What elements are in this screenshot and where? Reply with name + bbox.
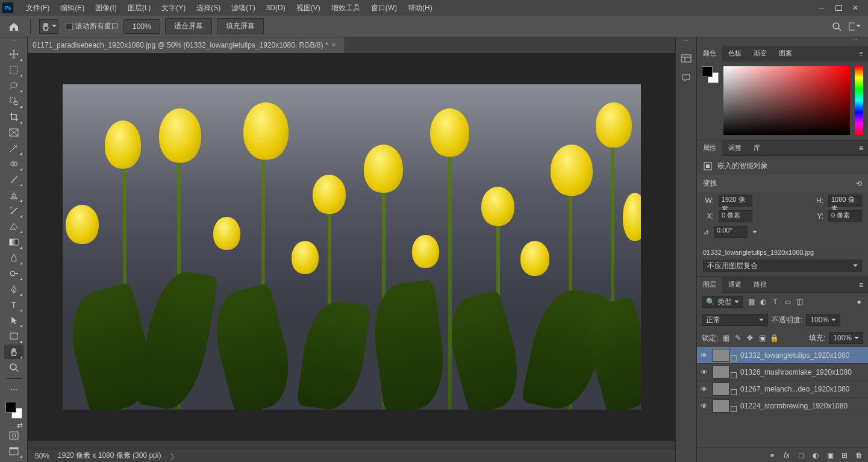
- menu-plugins[interactable]: 增效工具: [326, 0, 366, 16]
- type-tool[interactable]: T: [4, 298, 23, 312]
- history-panel-icon[interactable]: [679, 52, 693, 65]
- color-swatch[interactable]: [5, 402, 22, 419]
- filter-shape-icon[interactable]: ▭: [783, 298, 792, 306]
- minimize-icon[interactable]: ─: [817, 4, 826, 12]
- document-tab[interactable]: 01171_paradisebeach_1920x1080.jpg @ 50% …: [28, 37, 345, 53]
- move-tool[interactable]: [4, 47, 23, 61]
- layer-thumbnail[interactable]: [713, 366, 729, 379]
- maximize-icon[interactable]: [834, 4, 843, 12]
- height-input[interactable]: 1080 像素: [828, 195, 862, 207]
- filter-type-select[interactable]: 🔍类型: [702, 296, 743, 308]
- color-picker[interactable]: [723, 66, 850, 135]
- menu-window[interactable]: 窗口(W): [366, 0, 402, 16]
- screen-mode-icon[interactable]: [4, 444, 23, 458]
- visibility-icon[interactable]: 👁: [701, 351, 709, 360]
- filter-pixel-icon[interactable]: ▦: [747, 298, 755, 306]
- eraser-tool[interactable]: [4, 219, 23, 234]
- home-button[interactable]: [6, 19, 22, 34]
- new-layer-icon[interactable]: ⊞: [840, 451, 849, 460]
- layer-mask-icon[interactable]: ◻: [797, 451, 805, 460]
- menu-file[interactable]: 文件(F): [20, 0, 55, 16]
- width-input[interactable]: 1920 像素: [719, 195, 752, 207]
- lock-all-icon[interactable]: 🔒: [770, 334, 778, 342]
- hand-tool[interactable]: [4, 345, 23, 359]
- adjustment-layer-icon[interactable]: ◐: [811, 451, 820, 460]
- layer-item[interactable]: 👁01224_stormbrewing_1920x1080: [697, 398, 868, 414]
- visibility-icon[interactable]: 👁: [701, 385, 709, 393]
- lock-position-icon[interactable]: ✎: [734, 334, 742, 342]
- status-caret-icon[interactable]: ❯: [169, 452, 175, 460]
- quick-mask-icon[interactable]: [4, 428, 23, 443]
- pen-tool[interactable]: [4, 282, 23, 296]
- edit-toolbar-icon[interactable]: ⋯: [4, 382, 23, 397]
- tab-patterns[interactable]: 图案: [773, 46, 798, 61]
- transform-header[interactable]: 变换: [703, 178, 717, 189]
- comments-panel-icon[interactable]: [679, 71, 693, 84]
- fill-screen-button[interactable]: 填充屏幕: [217, 18, 264, 34]
- menu-view[interactable]: 视图(V): [291, 0, 326, 16]
- visibility-icon[interactable]: 👁: [701, 402, 709, 410]
- lasso-tool[interactable]: [4, 78, 23, 93]
- group-icon[interactable]: ▣: [826, 451, 834, 460]
- filter-type-icon[interactable]: T: [771, 298, 779, 306]
- swap-colors-icon[interactable]: ⇄: [17, 421, 23, 427]
- canvas-area[interactable]: [28, 53, 675, 440]
- layer-thumbnail[interactable]: [713, 399, 729, 413]
- gradient-tool[interactable]: [4, 235, 23, 249]
- search-icon[interactable]: [831, 20, 843, 33]
- lock-move-icon[interactable]: ✥: [746, 334, 754, 342]
- zoom-tool[interactable]: [4, 360, 23, 375]
- tab-color[interactable]: 颜色: [697, 46, 722, 61]
- menu-type[interactable]: 文字(Y): [156, 0, 191, 16]
- brush-tool[interactable]: [4, 172, 23, 187]
- tab-swatches[interactable]: 色板: [722, 46, 748, 61]
- panel-collapse-icon[interactable]: [846, 39, 864, 44]
- menu-help[interactable]: 帮助(H): [402, 0, 438, 16]
- menu-image[interactable]: 图像(I): [90, 0, 122, 16]
- dodge-tool[interactable]: [4, 266, 23, 281]
- toolbar-grip[interactable]: [5, 40, 23, 45]
- fill-input[interactable]: 100%: [829, 332, 863, 344]
- color-panel-menu-icon[interactable]: ≡: [854, 49, 868, 58]
- zoom-level-button[interactable]: 100%: [123, 19, 160, 34]
- tab-properties[interactable]: 属性: [697, 140, 722, 156]
- close-tab-icon[interactable]: ×: [328, 41, 340, 49]
- crop-tool[interactable]: [4, 110, 23, 124]
- link-layers-icon[interactable]: ⚭: [768, 451, 776, 460]
- y-input[interactable]: 0 像素: [828, 210, 862, 222]
- blur-tool[interactable]: [4, 251, 23, 265]
- stamp-tool[interactable]: [4, 188, 23, 202]
- delete-layer-icon[interactable]: 🗑: [855, 451, 863, 460]
- tab-paths[interactable]: 路径: [748, 277, 773, 293]
- tab-adjustments[interactable]: 调整: [722, 140, 748, 156]
- layer-item[interactable]: 👁01326_mushroomlake_1920x1080: [697, 364, 868, 381]
- menu-3d[interactable]: 3D(D): [261, 0, 291, 16]
- opacity-input[interactable]: 100%: [806, 314, 840, 326]
- filter-toggle-icon[interactable]: ●: [855, 298, 863, 306]
- blend-mode-select[interactable]: 正常: [702, 314, 768, 326]
- layer-item[interactable]: 👁01332_lowangletulips_1920x1080: [697, 347, 868, 364]
- color-swatches[interactable]: [702, 66, 719, 83]
- hue-slider[interactable]: [855, 66, 863, 135]
- angle-input[interactable]: 0.00°: [714, 226, 748, 238]
- x-input[interactable]: 0 像素: [719, 210, 752, 222]
- hand-tool-indicator[interactable]: [39, 19, 58, 34]
- tab-layers[interactable]: 图层: [697, 277, 722, 293]
- layer-thumbnail[interactable]: [713, 382, 729, 396]
- menu-layer[interactable]: 图层(L): [122, 0, 157, 16]
- prop-panel-menu-icon[interactable]: ≡: [854, 144, 868, 152]
- path-select-tool[interactable]: [4, 313, 23, 328]
- filter-adjust-icon[interactable]: ◐: [759, 298, 767, 306]
- filter-smart-icon[interactable]: ◫: [795, 298, 804, 306]
- lock-pixels-icon[interactable]: ▦: [722, 334, 730, 342]
- status-dimensions[interactable]: 1920 像素 x 1080 像素 (300 ppi): [58, 451, 161, 461]
- quick-select-tool[interactable]: [4, 94, 23, 108]
- scroll-all-checkbox[interactable]: 滚动所有窗口: [66, 21, 119, 31]
- layer-thumbnail[interactable]: [713, 349, 729, 362]
- menu-filter[interactable]: 滤镜(T): [226, 0, 260, 16]
- fit-screen-button[interactable]: 适合屏幕: [165, 18, 212, 34]
- visibility-icon[interactable]: 👁: [701, 368, 709, 376]
- layers-panel-menu-icon[interactable]: ≡: [854, 281, 868, 289]
- layer-item[interactable]: 👁01267_melanch...deo_1920x1080: [697, 381, 868, 398]
- strip-grip[interactable]: [677, 40, 695, 45]
